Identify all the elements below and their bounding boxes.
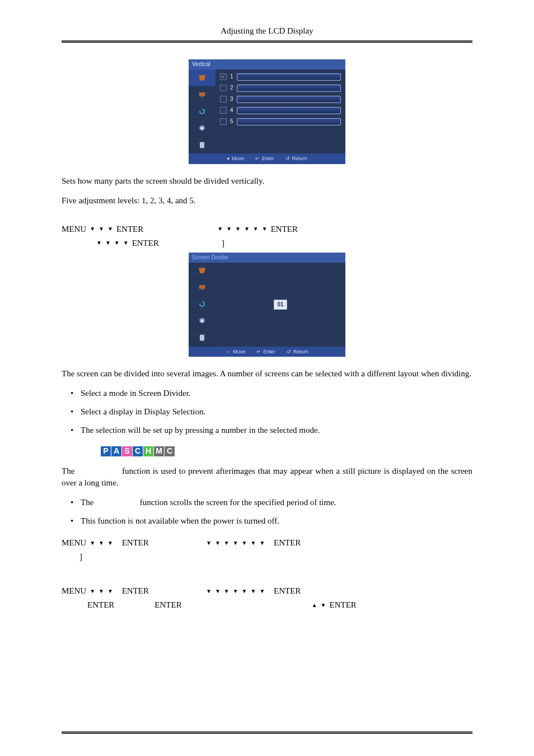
- move-hint: ♦ Move: [227, 155, 244, 162]
- osd-title: Vertical: [189, 59, 345, 69]
- osd-row-label: 1: [230, 73, 233, 81]
- return-hint: ↺ Return: [285, 155, 307, 162]
- loading-icon[interactable]: [189, 296, 216, 313]
- svg-point-2: [200, 109, 204, 114]
- document-icon[interactable]: [189, 137, 216, 153]
- osd-row-2[interactable]: 2: [220, 84, 341, 92]
- bullet-list: Select a mode in Screen Divider. Select …: [62, 388, 472, 436]
- osd-side-icons: [189, 69, 216, 153]
- enter-hint: ↵ Enter: [255, 155, 274, 162]
- osd-row-label: 3: [230, 95, 233, 103]
- badge: C: [133, 446, 143, 456]
- svg-rect-6: [201, 289, 203, 290]
- list-item: Select a display in Display Selection.: [71, 406, 472, 418]
- osd-row-label: 4: [230, 106, 233, 114]
- badge-row: P A S C H M C: [101, 446, 472, 456]
- move-hint: ↔ Move: [226, 348, 245, 356]
- svg-rect-5: [199, 285, 205, 289]
- menu-sequence-1a: MENU ▼▼▼ ENTER ▼▼▼▼▼ ▼ ENTER: [62, 223, 472, 235]
- menu-sequence-2b: ]: [62, 551, 472, 563]
- menu-sequence-3a: MENU ▼▼▼ ENTER ▼▼▼▼▼▼▼ ENTER: [62, 585, 472, 597]
- gear-icon[interactable]: [189, 120, 216, 137]
- osd-row-5[interactable]: 5: [220, 118, 341, 125]
- svg-rect-9: [200, 335, 204, 341]
- document-icon[interactable]: [189, 330, 216, 347]
- list-item: This function is not available when the …: [71, 515, 472, 527]
- paragraph: The function is used to prevent afterima…: [62, 465, 472, 489]
- osd-side-icons: [189, 263, 216, 347]
- paragraph: The screen can be divided into several i…: [62, 368, 472, 380]
- menu-sequence-2a: MENU ▼▼▼ ENTER ▼▼▼▼▼▼▼ ENTER: [62, 537, 472, 549]
- loading-icon[interactable]: [189, 103, 216, 120]
- osd-row-label: 2: [230, 84, 233, 92]
- osd-title: Screen Divider: [189, 253, 345, 263]
- svg-point-7: [200, 302, 204, 306]
- header-rule: [62, 40, 472, 43]
- osd-row-label: 5: [230, 118, 233, 125]
- svg-rect-1: [201, 96, 203, 97]
- screen-icon[interactable]: [189, 279, 216, 296]
- svg-rect-4: [200, 142, 204, 148]
- badge: P: [101, 446, 111, 456]
- list-item: Select a mode in Screen Divider.: [71, 388, 472, 399]
- enter-hint: ↵ Enter: [256, 348, 275, 356]
- list-item: The function scrolls the screen for the …: [71, 497, 472, 508]
- picture-icon[interactable]: [189, 69, 216, 86]
- svg-rect-0: [199, 92, 205, 96]
- osd-value: 01: [274, 300, 287, 310]
- osd-screen-divider: Screen Divider 01 ↔ Move ↵ Enter ↺ Retur…: [189, 253, 345, 357]
- badge: H: [143, 446, 153, 456]
- osd-vertical: Vertical ✓1 2 3 4 5 ♦ Move ↵ Enter ↺ Ret…: [189, 59, 345, 164]
- menu-sequence-3b: ENTER ENTER ▲ ▼ENTER: [62, 599, 472, 611]
- badge: M: [154, 446, 164, 456]
- paragraph: Sets how many parts the screen should be…: [62, 175, 472, 187]
- menu-sequence-1b: ▼▼▼ ▼ENTER ]: [62, 237, 472, 249]
- badge: S: [122, 446, 132, 456]
- osd-row-4[interactable]: 4: [220, 106, 341, 114]
- bullet-list: The function scrolls the screen for the …: [62, 497, 472, 527]
- osd-footer: ↔ Move ↵ Enter ↺ Return: [189, 347, 345, 357]
- badge: A: [111, 446, 121, 456]
- osd-footer: ♦ Move ↵ Enter ↺ Return: [189, 153, 345, 164]
- page-title: Adjusting the LCD Display: [62, 25, 472, 40]
- gear-icon[interactable]: [189, 313, 216, 330]
- screen-icon[interactable]: [189, 86, 216, 103]
- list-item: The selection will be set up by pressing…: [71, 424, 472, 436]
- osd-row-3[interactable]: 3: [220, 95, 341, 103]
- badge: C: [165, 446, 175, 456]
- footer-rule: [62, 731, 472, 734]
- paragraph: Five adjustment levels: 1, 2, 3, 4, and …: [62, 195, 472, 207]
- picture-icon[interactable]: [189, 263, 216, 279]
- return-hint: ↺ Return: [287, 348, 308, 356]
- osd-row-1[interactable]: ✓1: [220, 73, 341, 81]
